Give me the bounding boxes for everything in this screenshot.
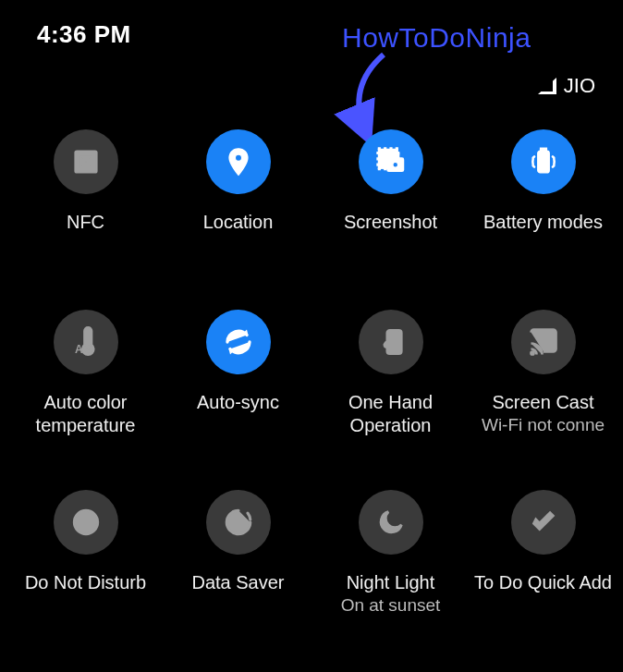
tile-data-saver[interactable]: Data Saver (162, 490, 314, 617)
moon-icon (359, 490, 423, 555)
tile-do-not-disturb[interactable]: Do Not Disturb (9, 490, 162, 617)
svg-point-3 (235, 154, 241, 161)
quick-settings-grid: NFC Location Screenshot (9, 129, 614, 672)
sync-icon (206, 310, 271, 374)
tile-screenshot[interactable]: Screenshot (314, 129, 467, 257)
cast-icon (511, 310, 576, 374)
svg-rect-12 (386, 330, 401, 354)
tile-todo-quick-add[interactable]: To Do Quick Add (467, 490, 619, 617)
thermometer-icon: A (54, 310, 118, 374)
tile-label: Screen Cast Wi-Fi not conne (482, 391, 605, 437)
battery-icon (511, 129, 576, 194)
tile-label: Auto-sync (197, 391, 279, 437)
tile-label: Battery modes (483, 211, 603, 257)
one-hand-icon (359, 310, 423, 374)
tile-night-light[interactable]: Night Light On at sunset (314, 490, 467, 617)
tile-label: Auto color temperature (9, 391, 162, 437)
svg-point-13 (531, 352, 533, 355)
svg-rect-7 (392, 154, 397, 159)
status-time: 4:36 PM (37, 20, 131, 49)
svg-rect-9 (541, 149, 546, 152)
tile-label: To Do Quick Add (474, 571, 612, 617)
data-saver-icon (206, 490, 271, 555)
tile-location[interactable]: Location (162, 129, 314, 257)
carrier-indicator: JIO (538, 74, 595, 98)
svg-rect-8 (538, 152, 548, 173)
tile-battery-modes[interactable]: Battery modes (467, 129, 619, 257)
tile-label: Do Not Disturb (25, 571, 146, 617)
dnd-icon (54, 490, 118, 555)
tile-label: Data Saver (191, 571, 284, 617)
nfc-icon (54, 129, 118, 194)
tile-auto-sync[interactable]: Auto-sync (162, 310, 314, 437)
carrier-label: JIO (564, 74, 595, 98)
tile-sublabel: On at sunset (341, 594, 441, 617)
tile-nfc[interactable]: NFC (9, 129, 162, 257)
tile-screen-cast[interactable]: Screen Cast Wi-Fi not conne (467, 310, 619, 437)
tile-label: One Hand Operation (314, 391, 467, 437)
tile-auto-color-temperature[interactable]: A Auto color temperature (9, 310, 162, 437)
svg-point-6 (392, 162, 398, 168)
tile-label: Screenshot (344, 211, 437, 257)
svg-text:A: A (75, 343, 83, 356)
check-icon (511, 490, 576, 555)
signal-icon (538, 78, 556, 94)
tile-label: NFC (67, 211, 104, 257)
location-icon (206, 129, 271, 194)
svg-point-10 (85, 347, 90, 351)
tile-one-hand-operation[interactable]: One Hand Operation (314, 310, 467, 437)
screenshot-icon (359, 129, 423, 194)
watermark-text: HowToDoNinja (342, 22, 531, 54)
tile-label: Night Light On at sunset (341, 571, 441, 617)
tile-sublabel: Wi-Fi not conne (482, 414, 605, 436)
tile-label: Location (203, 211, 274, 257)
svg-rect-2 (83, 160, 87, 164)
